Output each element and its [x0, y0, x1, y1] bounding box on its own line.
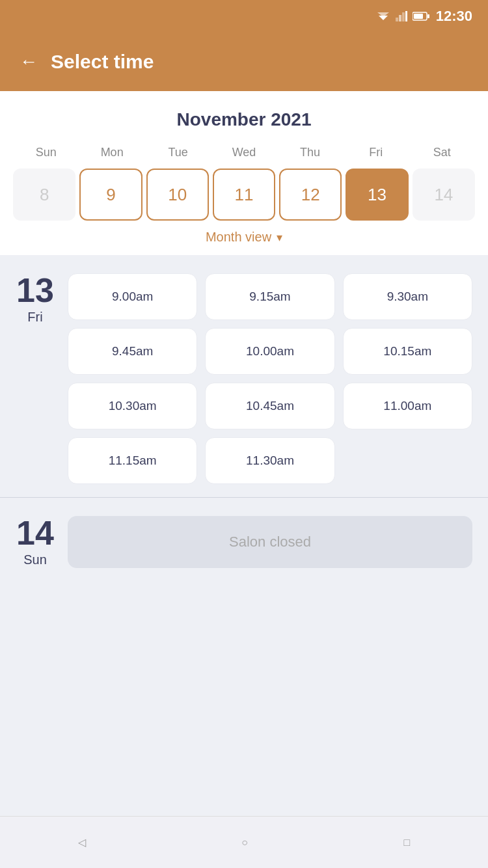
day-header-tue: Tue	[145, 146, 211, 159]
cal-day-13[interactable]: 13	[346, 169, 408, 221]
day-left-13: 13 Fri	[16, 273, 55, 325]
time-slot-930am[interactable]: 9.30am	[343, 273, 472, 320]
day-label-area-14: 14 Sun Salon closed	[16, 516, 472, 568]
time-slot-945am[interactable]: 9.45am	[68, 328, 197, 375]
battery-icon	[413, 12, 429, 21]
status-bar: 12:30	[0, 0, 488, 33]
salon-closed-banner: Salon closed	[68, 516, 472, 568]
cal-day-9[interactable]: 9	[79, 169, 142, 221]
day-block-13: 13 Fri 9.00am 9.15am 9.30am 9.45am 10.00…	[0, 255, 488, 497]
time-slot-915am[interactable]: 9.15am	[205, 273, 334, 320]
day-number-13: 13	[16, 273, 54, 307]
time-slot-900am[interactable]: 9.00am	[68, 273, 197, 320]
day-left-14: 14 Sun	[16, 516, 55, 567]
svg-rect-4	[402, 12, 405, 21]
month-view-label: Month view	[206, 230, 271, 245]
svg-rect-7	[427, 14, 429, 18]
calendar-section: November 2021 Sun Mon Tue Wed Thu Fri Sa…	[0, 91, 488, 255]
cal-day-11[interactable]: 11	[213, 169, 275, 221]
day-header-sun: Sun	[13, 146, 79, 159]
time-slot-1100am[interactable]: 11.00am	[343, 383, 472, 429]
day-block-14: 14 Sun Salon closed	[0, 497, 488, 581]
time-slot-1015am[interactable]: 10.15am	[343, 328, 472, 375]
svg-rect-8	[414, 14, 423, 19]
svg-rect-3	[399, 15, 401, 21]
signal-icon	[396, 11, 407, 21]
time-slots-13: 9.00am 9.15am 9.30am 9.45am 10.00am 10.1…	[68, 273, 472, 484]
calendar-row: 8 9 10 11 12 13 14	[13, 169, 475, 221]
day-header-thu: Thu	[277, 146, 343, 159]
day-headers: Sun Mon Tue Wed Thu Fri Sat	[13, 146, 475, 159]
cal-day-14[interactable]: 14	[413, 169, 475, 221]
status-icons	[376, 11, 429, 21]
time-slot-1115am[interactable]: 11.15am	[68, 437, 197, 484]
svg-rect-2	[396, 18, 398, 21]
day-name-13: Fri	[27, 310, 42, 325]
nav-home-button[interactable]: ○	[241, 837, 248, 848]
app-header: ← Select time	[0, 33, 488, 91]
day-header-sat: Sat	[409, 146, 475, 159]
svg-marker-1	[377, 12, 389, 17]
svg-rect-5	[405, 11, 407, 21]
day-header-mon: Mon	[79, 146, 144, 159]
day-label-area-13: 13 Fri 9.00am 9.15am 9.30am 9.45am 10.00…	[16, 273, 472, 484]
day-header-fri: Fri	[343, 146, 409, 159]
schedule-section: 13 Fri 9.00am 9.15am 9.30am 9.45am 10.00…	[0, 255, 488, 816]
time-slot-1000am[interactable]: 10.00am	[205, 328, 334, 375]
cal-day-12[interactable]: 12	[279, 169, 342, 221]
time-slot-1130am[interactable]: 11.30am	[205, 437, 334, 484]
cal-day-10[interactable]: 10	[146, 169, 209, 221]
page-title: Select time	[51, 51, 154, 73]
cal-day-8[interactable]: 8	[13, 169, 75, 221]
back-button[interactable]: ←	[20, 51, 38, 72]
month-year-title: November 2021	[13, 109, 475, 130]
wifi-icon	[376, 11, 390, 21]
day-number-14: 14	[16, 516, 54, 550]
day-name-14: Sun	[23, 552, 47, 567]
day-header-wed: Wed	[211, 146, 277, 159]
time-slot-1045am[interactable]: 10.45am	[205, 383, 334, 429]
status-time: 12:30	[436, 8, 472, 25]
nav-back-button[interactable]: ◁	[78, 836, 86, 848]
month-view-toggle[interactable]: Month view ▾	[13, 230, 475, 245]
nav-bar: ◁ ○ □	[0, 816, 488, 868]
chevron-down-icon: ▾	[277, 230, 282, 245]
nav-recent-button[interactable]: □	[404, 837, 411, 848]
time-slot-1030am[interactable]: 10.30am	[68, 383, 197, 429]
